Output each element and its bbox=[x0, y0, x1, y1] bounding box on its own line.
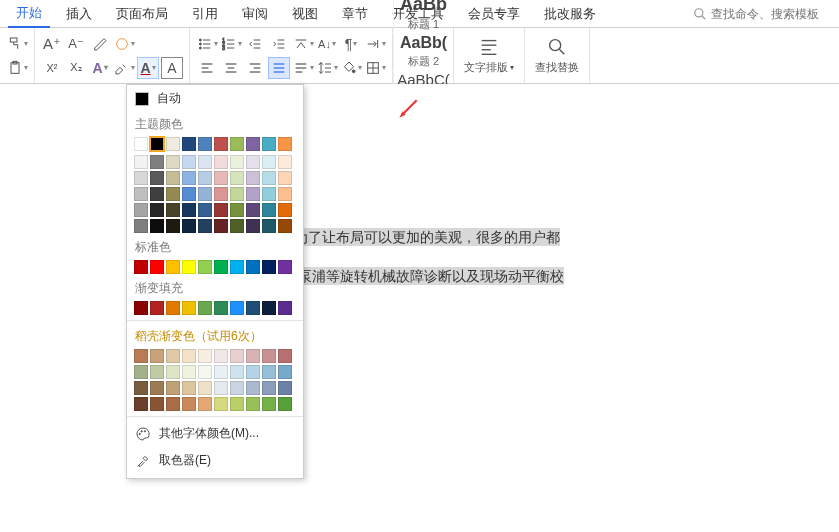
color-swatch[interactable] bbox=[182, 381, 196, 395]
sort-button[interactable]: A↓ bbox=[316, 33, 338, 55]
color-swatch[interactable] bbox=[230, 301, 244, 315]
color-swatch[interactable] bbox=[230, 381, 244, 395]
color-swatch[interactable] bbox=[230, 365, 244, 379]
color-swatch[interactable] bbox=[214, 349, 228, 363]
tab-correction[interactable]: 批改服务 bbox=[536, 1, 604, 27]
color-swatch[interactable] bbox=[182, 219, 196, 233]
color-swatch[interactable] bbox=[262, 349, 276, 363]
color-swatch[interactable] bbox=[214, 397, 228, 411]
increase-indent-button[interactable] bbox=[268, 33, 290, 55]
color-swatch[interactable] bbox=[166, 260, 180, 274]
color-swatch[interactable] bbox=[150, 219, 164, 233]
color-swatch[interactable] bbox=[166, 397, 180, 411]
color-swatch[interactable] bbox=[214, 301, 228, 315]
color-swatch[interactable] bbox=[278, 301, 292, 315]
color-swatch[interactable] bbox=[182, 260, 196, 274]
justify-button[interactable] bbox=[268, 57, 290, 79]
color-swatch[interactable] bbox=[230, 171, 244, 185]
color-swatch[interactable] bbox=[246, 381, 260, 395]
align-left-button[interactable] bbox=[196, 57, 218, 79]
color-swatch[interactable] bbox=[150, 137, 164, 151]
color-swatch[interactable] bbox=[246, 219, 260, 233]
color-swatch[interactable] bbox=[134, 171, 148, 185]
color-swatch[interactable] bbox=[214, 203, 228, 217]
color-swatch[interactable] bbox=[230, 203, 244, 217]
color-swatch[interactable] bbox=[246, 397, 260, 411]
line-spacing-button[interactable] bbox=[316, 57, 338, 79]
color-swatch[interactable] bbox=[278, 171, 292, 185]
shading-button[interactable] bbox=[340, 57, 362, 79]
color-swatch[interactable] bbox=[278, 381, 292, 395]
color-swatch[interactable] bbox=[278, 349, 292, 363]
color-swatch[interactable] bbox=[246, 171, 260, 185]
align-center-button[interactable] bbox=[220, 57, 242, 79]
distribute-button[interactable] bbox=[292, 57, 314, 79]
color-swatch[interactable] bbox=[134, 219, 148, 233]
color-swatch[interactable] bbox=[134, 187, 148, 201]
subscript-button[interactable]: X₂ bbox=[65, 57, 87, 79]
color-swatch[interactable] bbox=[246, 203, 260, 217]
color-swatch[interactable] bbox=[166, 365, 180, 379]
tab-start[interactable]: 开始 bbox=[8, 0, 50, 28]
decrease-indent-button[interactable] bbox=[244, 33, 266, 55]
color-swatch[interactable] bbox=[182, 301, 196, 315]
color-swatch[interactable] bbox=[166, 301, 180, 315]
color-swatch[interactable] bbox=[198, 397, 212, 411]
paste-button[interactable] bbox=[6, 57, 28, 79]
tab-reference[interactable]: 引用 bbox=[184, 1, 226, 27]
color-swatch[interactable] bbox=[262, 137, 276, 151]
color-swatch[interactable] bbox=[150, 301, 164, 315]
color-swatch[interactable] bbox=[198, 381, 212, 395]
command-search[interactable] bbox=[693, 7, 831, 21]
color-swatch[interactable] bbox=[278, 365, 292, 379]
color-swatch[interactable] bbox=[134, 260, 148, 274]
text-layout-button[interactable]: 文字排版▾ bbox=[454, 28, 525, 83]
color-auto[interactable]: 自动 bbox=[127, 85, 303, 112]
color-swatch[interactable] bbox=[166, 219, 180, 233]
color-swatch[interactable] bbox=[150, 155, 164, 169]
color-swatch[interactable] bbox=[198, 137, 212, 151]
color-swatch[interactable] bbox=[278, 137, 292, 151]
color-swatch[interactable] bbox=[182, 365, 196, 379]
color-swatch[interactable] bbox=[182, 203, 196, 217]
color-swatch[interactable] bbox=[230, 349, 244, 363]
color-swatch[interactable] bbox=[134, 349, 148, 363]
color-swatch[interactable] bbox=[198, 349, 212, 363]
shrink-font-button[interactable]: A⁻ bbox=[65, 33, 87, 55]
color-swatch[interactable] bbox=[214, 137, 228, 151]
paragraph-mark-button[interactable]: ¶ bbox=[340, 33, 362, 55]
color-swatch[interactable] bbox=[182, 171, 196, 185]
color-swatch[interactable] bbox=[198, 301, 212, 315]
color-swatch[interactable] bbox=[198, 155, 212, 169]
format-painter-button[interactable] bbox=[6, 33, 28, 55]
numbering-button[interactable]: 123 bbox=[220, 33, 242, 55]
color-swatch[interactable] bbox=[262, 171, 276, 185]
color-swatch[interactable] bbox=[262, 155, 276, 169]
color-swatch[interactable] bbox=[246, 349, 260, 363]
color-swatch[interactable] bbox=[150, 260, 164, 274]
style-heading1[interactable]: AaBb标题 1 bbox=[393, 0, 453, 32]
color-swatch[interactable] bbox=[214, 155, 228, 169]
font-color-button[interactable]: A bbox=[137, 57, 159, 79]
grow-font-button[interactable]: A⁺ bbox=[41, 33, 63, 55]
color-swatch[interactable] bbox=[134, 397, 148, 411]
color-swatch[interactable] bbox=[182, 137, 196, 151]
color-swatch[interactable] bbox=[198, 260, 212, 274]
text-effects-button[interactable]: A bbox=[89, 57, 111, 79]
color-swatch[interactable] bbox=[198, 171, 212, 185]
tab-pagelayout[interactable]: 页面布局 bbox=[108, 1, 176, 27]
color-swatch[interactable] bbox=[134, 301, 148, 315]
color-swatch[interactable] bbox=[230, 397, 244, 411]
color-swatch[interactable] bbox=[182, 397, 196, 411]
color-swatch[interactable] bbox=[278, 187, 292, 201]
color-swatch[interactable] bbox=[230, 137, 244, 151]
superscript-button[interactable]: X² bbox=[41, 57, 63, 79]
color-swatch[interactable] bbox=[230, 260, 244, 274]
change-case-button[interactable] bbox=[113, 33, 135, 55]
tab-insert[interactable]: 插入 bbox=[58, 1, 100, 27]
color-swatch[interactable] bbox=[150, 171, 164, 185]
color-swatch[interactable] bbox=[278, 203, 292, 217]
color-swatch[interactable] bbox=[246, 260, 260, 274]
color-swatch[interactable] bbox=[166, 203, 180, 217]
color-swatch[interactable] bbox=[262, 301, 276, 315]
